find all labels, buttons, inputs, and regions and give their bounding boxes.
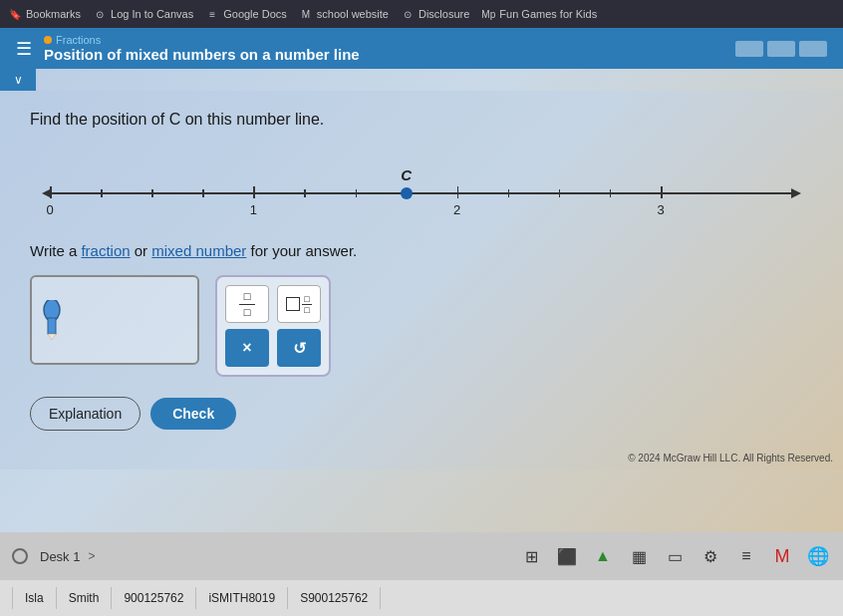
write-instruction: Write a fraction or mixed number for you… — [30, 242, 813, 259]
taskbar-icons: ⊞ ⬛ ▲ ▦ ▭ ⚙ ≡ M 🌐 — [518, 543, 831, 569]
bookmarks-item[interactable]: 🔖 Bookmarks — [8, 7, 81, 21]
app-header: ☰ Fractions Position of mixed numbers on… — [0, 28, 843, 69]
undo-icon: ↺ — [293, 339, 306, 358]
bottom-buttons: Explanation Check — [30, 397, 813, 431]
toolbar-row-2: × ↺ — [225, 329, 321, 367]
fraction-symbol: □ □ — [239, 290, 255, 317]
svg-marker-2 — [48, 334, 56, 340]
docs-label: Google Docs — [223, 8, 287, 20]
undo-button[interactable]: ↺ — [277, 329, 321, 367]
tick-s1 — [101, 189, 103, 197]
school-label: school website — [317, 8, 389, 20]
header-btn-2[interactable] — [767, 41, 795, 57]
games-item[interactable]: Mp Fun Games for Kids — [481, 7, 597, 21]
taskbar-triangle-icon[interactable]: ▲ — [590, 543, 616, 569]
hamburger-icon[interactable]: ☰ — [16, 38, 32, 60]
bottom-cell-id3: S900125762 — [288, 587, 381, 609]
label-1: 1 — [250, 202, 257, 217]
tick-s9 — [610, 189, 612, 197]
canvas-item[interactable]: ⊙ Log In to Canvas — [93, 7, 193, 21]
expand-toggle[interactable]: ∨ — [0, 69, 36, 91]
bottom-cell-name: Isla — [12, 587, 57, 609]
bookmarks-label: Bookmarks — [26, 8, 81, 20]
answer-box[interactable] — [30, 275, 199, 365]
taskbar-grid-icon[interactable]: ⊞ — [518, 543, 544, 569]
games-label: Fun Games for Kids — [499, 8, 597, 20]
school-item[interactable]: M school website — [299, 7, 389, 21]
taskbar-display-icon[interactable]: ⬛ — [554, 543, 580, 569]
tick-s5 — [356, 189, 358, 197]
taskbar-circle — [12, 548, 28, 564]
taskbar-desk-label: Desk 1 — [40, 549, 80, 564]
answer-area: □ □ □ □ — [30, 275, 813, 377]
bottom-cell-id1: 900125762 — [112, 587, 196, 609]
problem-instruction: Find the position of C on this number li… — [30, 111, 813, 129]
docs-item[interactable]: ≡ Google Docs — [205, 7, 287, 21]
taskbar: Desk 1 > ⊞ ⬛ ▲ ▦ ▭ ⚙ ≡ M 🌐 — [0, 532, 843, 580]
fraction-button[interactable]: □ □ — [225, 285, 269, 323]
answer-box-container — [30, 275, 199, 365]
tick-1 — [253, 186, 255, 198]
taskbar-list-icon[interactable]: ≡ — [733, 543, 759, 569]
canvas-label: Log In to Canvas — [111, 8, 193, 20]
bottom-bar: Isla Smith 900125762 iSMITH8019 S9001257… — [0, 580, 843, 616]
taskbar-mail-icon[interactable]: M — [769, 543, 795, 569]
pencil-icon — [40, 300, 64, 340]
mixed-symbol: □ □ — [286, 294, 312, 315]
label-3: 3 — [657, 202, 664, 217]
disclosure-item[interactable]: ⊙ Disclosure — [401, 7, 469, 21]
svg-rect-1 — [48, 318, 56, 334]
tick-s7 — [508, 189, 510, 197]
tick-s3 — [202, 189, 204, 197]
section-name: Fractions — [44, 34, 360, 46]
taskbar-doc-icon[interactable]: ▭ — [662, 543, 688, 569]
tick-2 — [457, 186, 459, 198]
toolbar-row-1: □ □ □ □ — [225, 285, 321, 323]
fraction-link[interactable]: fraction — [81, 242, 130, 259]
tick-0 — [50, 186, 52, 198]
header-btn-1[interactable] — [735, 41, 763, 57]
tick-s4 — [304, 189, 306, 197]
tick-3 — [661, 186, 663, 198]
disclosure-icon: ⊙ — [401, 7, 415, 21]
disclosure-label: Disclosure — [419, 8, 469, 20]
explanation-button[interactable]: Explanation — [30, 397, 140, 431]
check-button[interactable]: Check — [150, 398, 236, 430]
canvas-icon: ⊙ — [93, 7, 107, 21]
bottom-cell-id2: iSMITH8019 — [196, 587, 288, 609]
clear-icon: × — [242, 339, 251, 357]
games-icon: Mp — [481, 7, 495, 21]
taskbar-calendar-icon[interactable]: ▦ — [626, 543, 652, 569]
tick-s8 — [559, 189, 561, 197]
docs-icon: ≡ — [205, 7, 219, 21]
taskbar-settings-icon[interactable]: ⚙ — [698, 543, 723, 569]
fraction-toolbar: □ □ □ □ — [215, 275, 331, 377]
copyright: © 2024 McGraw Hill LLC. All Rights Reser… — [628, 453, 833, 463]
label-2: 2 — [453, 202, 460, 217]
point-c — [401, 187, 413, 199]
taskbar-chrome-icon[interactable]: 🌐 — [805, 543, 831, 569]
header-btn-3[interactable] — [799, 41, 827, 57]
chevron-down-icon: ∨ — [14, 73, 23, 87]
taskbar-arrow: > — [88, 549, 95, 563]
bookmarks-icon: 🔖 — [8, 7, 22, 21]
clear-button[interactable]: × — [225, 329, 269, 367]
school-icon: M — [299, 7, 313, 21]
browser-bar: 🔖 Bookmarks ⊙ Log In to Canvas ≡ Google … — [0, 0, 843, 28]
label-0: 0 — [46, 202, 53, 217]
number-line — [50, 192, 793, 194]
page-title: Position of mixed numbers on a number li… — [44, 46, 360, 63]
point-c-label: C — [401, 166, 412, 183]
tick-s2 — [151, 189, 153, 197]
main-content: ☰ Fractions Position of mixed numbers on… — [0, 28, 843, 532]
bottom-cell-lastname: Smith — [57, 587, 113, 609]
problem-area: Find the position of C on this number li… — [0, 91, 843, 469]
header-breadcrumb: Fractions Position of mixed numbers on a… — [44, 34, 360, 63]
number-line-container: 0 1 2 3 C — [30, 153, 813, 222]
header-right — [735, 41, 827, 57]
mixed-number-button[interactable]: □ □ — [277, 285, 321, 323]
mixed-number-link[interactable]: mixed number — [151, 242, 246, 259]
